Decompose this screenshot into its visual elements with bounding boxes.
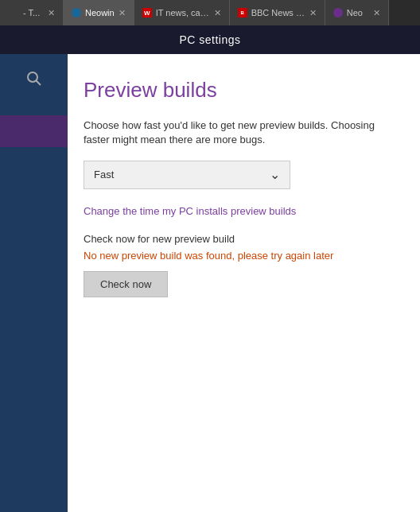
- title-bar-text: PC settings: [179, 33, 240, 46]
- sidebar-selected-item: [0, 115, 68, 147]
- tab-bbc-close[interactable]: ✕: [309, 8, 317, 18]
- tab-neo-close[interactable]: ✕: [373, 8, 380, 18]
- tab-bbc-label: BBC News - H...: [251, 8, 305, 17]
- chevron-down-icon: ⌄: [270, 167, 280, 182]
- change-time-link[interactable]: Change the time my PC installs preview b…: [84, 205, 396, 217]
- check-now-button[interactable]: Check now: [84, 271, 168, 297]
- tab-neo[interactable]: Neo ✕: [325, 0, 389, 25]
- sidebar: [0, 54, 68, 512]
- search-icon[interactable]: [25, 70, 43, 91]
- tab-neowin-favicon: [72, 8, 81, 17]
- svg-point-0: [28, 72, 37, 82]
- description-text: Choose how fast you'd like to get new pr…: [84, 118, 396, 147]
- page-title: Preview builds: [84, 78, 396, 103]
- check-section-label: Check now for new preview build: [84, 233, 396, 245]
- tab-1-close[interactable]: ✕: [48, 8, 55, 18]
- tab-it-label: IT news, caree...: [156, 8, 210, 17]
- tab-bbc[interactable]: B BBC News - H... ✕: [230, 0, 325, 25]
- tab-it-close[interactable]: ✕: [214, 8, 221, 18]
- error-message: No new preview build was found, please t…: [84, 250, 396, 262]
- tab-neowin-close[interactable]: ✕: [119, 8, 126, 18]
- tab-it-favicon: W: [142, 8, 152, 17]
- tab-1[interactable]: - T... ✕: [0, 0, 64, 25]
- speed-dropdown-container: Fast ⌄: [84, 161, 396, 189]
- tab-bbc-favicon: B: [238, 8, 247, 17]
- dropdown-selected-value: Fast: [94, 169, 114, 180]
- tab-neowin[interactable]: Neowin ✕: [64, 0, 134, 25]
- title-bar: PC settings: [0, 25, 420, 54]
- tab-1-favicon: [8, 7, 19, 18]
- svg-line-1: [36, 81, 41, 86]
- main-layout: Preview builds Choose how fast you'd lik…: [0, 54, 420, 512]
- content-area: Preview builds Choose how fast you'd lik…: [68, 54, 420, 512]
- tab-1-label: - T...: [23, 8, 44, 17]
- tab-neo-label: Neo: [347, 8, 369, 17]
- tab-neowin-label: Neowin: [85, 8, 115, 17]
- browser-tabs: - T... ✕ Neowin ✕ W IT news, caree... ✕ …: [0, 0, 420, 25]
- tab-it[interactable]: W IT news, caree... ✕: [134, 0, 230, 25]
- speed-dropdown[interactable]: Fast ⌄: [84, 161, 290, 189]
- check-section: Check now for new preview build No new p…: [84, 233, 396, 297]
- tab-neo-favicon: [333, 8, 343, 17]
